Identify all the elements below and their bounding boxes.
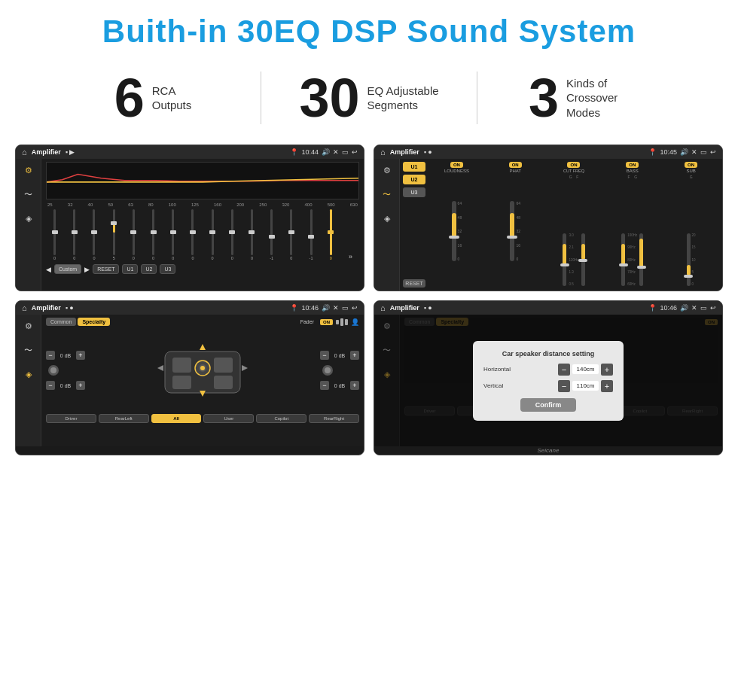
sidebar-icon-eq-3[interactable]: ⚙	[20, 319, 37, 333]
fader-main: Common Specialty Fader ON 👤	[41, 315, 364, 446]
amp-reset-btn[interactable]: RESET	[403, 279, 425, 288]
u3-button[interactable]: U3	[160, 264, 175, 274]
loudness-toggle[interactable]: ON	[450, 162, 463, 168]
sidebar-icon-wave-2[interactable]: 〜	[379, 187, 395, 201]
sidebar-icon-eq-2[interactable]: ⚙	[379, 163, 395, 177]
close-icon-3[interactable]: ✕	[333, 304, 339, 312]
prev-button[interactable]: ◀	[46, 266, 51, 273]
horizontal-plus-btn[interactable]: +	[601, 364, 613, 376]
db-plus-br[interactable]: +	[350, 381, 359, 390]
close-icon-2[interactable]: ✕	[691, 148, 697, 156]
bass-toggle[interactable]: ON	[626, 162, 639, 168]
user-btn[interactable]: User	[203, 414, 254, 423]
home-icon-4[interactable]: ⌂	[380, 303, 386, 312]
sidebar-icon-balance-3[interactable]: ◈	[20, 367, 37, 381]
eq-slider-14[interactable]: 0	[322, 209, 340, 260]
vertical-plus-btn[interactable]: +	[601, 380, 613, 392]
rearleft-btn[interactable]: RearLeft	[99, 414, 149, 423]
close-icon-4[interactable]: ✕	[691, 304, 697, 312]
eq-slider-1[interactable]: 0	[66, 209, 83, 260]
eq-slider-7[interactable]: 0	[184, 209, 201, 260]
copilot-btn[interactable]: Copilot	[256, 414, 306, 423]
db-minus-tl[interactable]: −	[46, 351, 55, 360]
sidebar-icon-balance[interactable]: ◈	[20, 212, 37, 225]
eq-slider-0[interactable]: 0	[46, 209, 63, 260]
home-icon-2[interactable]: ⌂	[380, 148, 386, 157]
stat-eq: 30 EQ Adjustable Segments	[261, 71, 477, 125]
stat-rca-label: RCA Outputs	[152, 84, 192, 113]
eq-slider-13[interactable]: -1	[302, 209, 319, 260]
phat-toggle[interactable]: ON	[509, 162, 522, 168]
screen-4-content: ⚙ 〜 ◈ Common Specialty ON	[374, 315, 722, 446]
amp-u1-btn[interactable]: U1	[403, 162, 425, 172]
app-title-2: Amplifier	[390, 148, 419, 156]
horizontal-minus-btn[interactable]: −	[558, 364, 570, 376]
amp-u2-btn[interactable]: U2	[403, 175, 425, 184]
db-minus-bl[interactable]: −	[46, 381, 55, 390]
sidebar-icon-balance-2[interactable]: ◈	[379, 212, 395, 225]
dialog-row-horizontal: Horizontal − 140cm +	[483, 364, 613, 376]
cutfreq-toggle[interactable]: ON	[567, 162, 580, 168]
back-icon-4[interactable]: ↩	[710, 304, 716, 312]
screenshots-grid: ⌂ Amplifier ▪ ▶ 📍 10:44 🔊 ✕ ▭ ↩ ⚙ 〜 ◈	[0, 138, 738, 461]
reset-button[interactable]: RESET	[93, 264, 119, 274]
status-bar-2: ⌂ Amplifier ▪ ● 📍 10:45 🔊 ✕ ▭ ↩	[374, 145, 722, 159]
stat-eq-number: 30	[299, 71, 359, 125]
db-minus-tr[interactable]: −	[320, 351, 329, 360]
window-icon-1[interactable]: ▭	[342, 148, 349, 156]
location-icon-3: 📍	[290, 304, 298, 312]
eq-slider-6[interactable]: 0	[164, 209, 181, 260]
close-icon-1[interactable]: ✕	[333, 148, 339, 156]
speaker-icon-left	[46, 364, 61, 376]
all-btn[interactable]: All	[151, 414, 202, 423]
screen-2-amp: ⌂ Amplifier ▪ ● 📍 10:45 🔊 ✕ ▭ ↩ ⚙ 〜 ◈ U	[374, 145, 723, 291]
eq-slider-10[interactable]: 0	[243, 209, 261, 260]
back-icon-1[interactable]: ↩	[352, 148, 358, 156]
home-icon-1[interactable]: ⌂	[22, 148, 27, 157]
home-icon-3[interactable]: ⌂	[22, 303, 27, 312]
amp-main: U1 U2 U3 RESET ON LOUDNESS	[400, 159, 722, 291]
confirm-button[interactable]: Confirm	[520, 398, 577, 412]
eq-expand-btn[interactable]: »	[342, 209, 359, 260]
app-title-1: Amplifier	[32, 148, 61, 156]
rearright-btn[interactable]: RearRight	[309, 414, 359, 423]
eq-slider-5[interactable]: 0	[145, 209, 162, 260]
eq-slider-4[interactable]: 0	[125, 209, 142, 260]
sidebar-icon-wave[interactable]: 〜	[20, 187, 37, 201]
eq-slider-11[interactable]: -1	[263, 209, 280, 260]
screen-3-fader: ⌂ Amplifier ▪ ● 📍 10:46 🔊 ✕ ▭ ↩ ⚙ 〜 ◈	[15, 300, 364, 455]
custom-button[interactable]: Custom	[54, 264, 81, 274]
speaker-layout: − 0 dB + − 0 dB	[46, 329, 359, 412]
freq-labels: 2532 4050 6380 100125 160200 250320 4005…	[46, 202, 359, 207]
sidebar-icon-wave-3[interactable]: 〜	[20, 343, 37, 357]
db-minus-br[interactable]: −	[320, 381, 329, 390]
eq-slider-8[interactable]: 0	[204, 209, 221, 260]
stat-crossover-label: Kinds of Crossover Modes	[566, 76, 642, 120]
sidebar-icon-eq[interactable]: ⚙	[20, 163, 37, 177]
window-icon-4[interactable]: ▭	[700, 304, 707, 312]
back-icon-3[interactable]: ↩	[352, 304, 358, 312]
db-plus-tr[interactable]: +	[350, 351, 359, 360]
amp-u3-btn[interactable]: U3	[403, 187, 425, 197]
specialty-tab[interactable]: Specialty	[78, 318, 110, 326]
amp-u-buttons: U1 U2 U3 RESET	[403, 162, 425, 288]
sub-toggle[interactable]: ON	[685, 162, 697, 168]
u2-button[interactable]: U2	[141, 264, 157, 274]
user-icon[interactable]: 👤	[351, 318, 359, 326]
db-plus-tl[interactable]: +	[76, 351, 85, 360]
eq-slider-2[interactable]: 0	[85, 209, 102, 260]
window-icon-2[interactable]: ▭	[700, 148, 707, 156]
u1-button[interactable]: U1	[122, 264, 138, 274]
location-icon-2: 📍	[648, 148, 657, 156]
vertical-minus-btn[interactable]: −	[558, 380, 570, 392]
eq-slider-12[interactable]: 0	[282, 209, 300, 260]
eq-slider-3[interactable]: 5	[105, 209, 123, 260]
back-icon-2[interactable]: ↩	[710, 148, 716, 156]
driver-btn[interactable]: Driver	[46, 414, 96, 423]
db-plus-bl[interactable]: +	[76, 381, 85, 390]
window-icon-3[interactable]: ▭	[342, 304, 349, 312]
eq-slider-9[interactable]: 0	[224, 209, 241, 260]
common-tab[interactable]: Common	[46, 318, 76, 326]
play-button[interactable]: ▶	[84, 266, 90, 273]
fader-bar-3	[345, 319, 348, 325]
